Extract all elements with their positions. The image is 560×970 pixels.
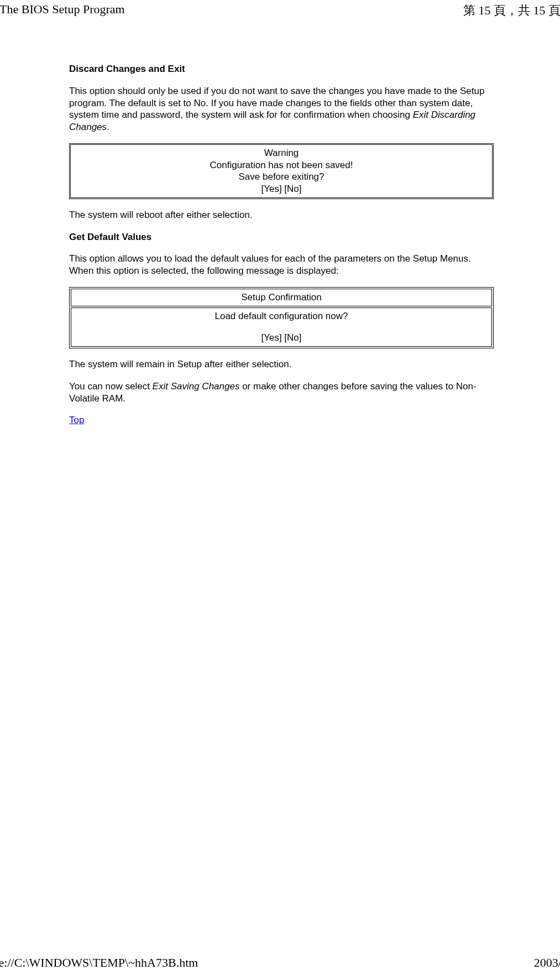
spacer <box>75 322 488 332</box>
text-run: . <box>107 122 109 132</box>
warning-line: Warning <box>74 147 489 159</box>
page-header: The BIOS Setup Program 第 15 頁，共 15 頁 <box>0 0 560 19</box>
top-link[interactable]: Top <box>69 415 84 425</box>
text-run: You can now select <box>69 381 153 392</box>
warning-box: Warning Configuration has not been saved… <box>69 143 494 199</box>
section-heading-default: Get Default Values <box>69 231 494 243</box>
paragraph-default-desc: This option allows you to load the defau… <box>69 253 494 277</box>
paragraph-reboot: The system will reboot after either sele… <box>69 209 494 221</box>
paragraph-discard-desc: This option should only be used if you d… <box>69 85 494 133</box>
confirm-title: Setup Confirmation <box>71 289 492 306</box>
confirm-body: Load default configuration now? [Yes] [N… <box>71 307 492 347</box>
text-emph: Exit Saving Changes <box>153 381 240 392</box>
warning-line: Configuration has not been saved! <box>74 159 489 171</box>
top-link-wrap: Top <box>69 414 494 426</box>
confirm-line: Load default configuration now? <box>75 310 488 322</box>
paragraph-exit-save: You can now select Exit Saving Changes o… <box>69 380 494 405</box>
confirm-options: [Yes] [No] <box>75 332 488 344</box>
confirmation-box: Setup Confirmation Load default configur… <box>69 287 494 348</box>
paragraph-remain: The system will remain in Setup after ei… <box>69 358 494 371</box>
main-content: Discard Changes and Exit This option sho… <box>0 19 560 426</box>
doc-title: The BIOS Setup Program <box>0 2 125 19</box>
section-heading-discard: Discard Changes and Exit <box>69 63 494 75</box>
page-indicator: 第 15 頁，共 15 頁 <box>463 2 560 19</box>
warning-options: [Yes] [No] <box>74 183 489 195</box>
warning-line: Save before exiting? <box>74 171 489 183</box>
